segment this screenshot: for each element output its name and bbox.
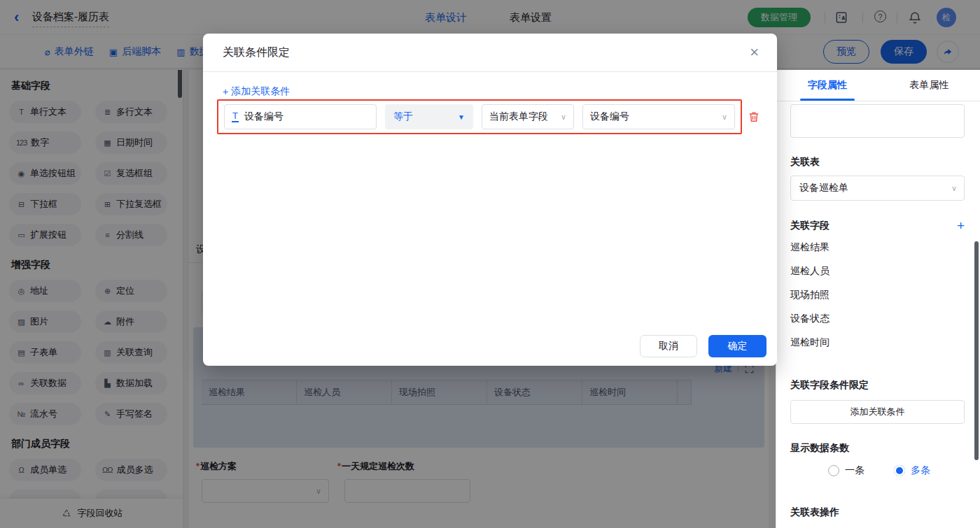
description-box[interactable]: [790, 104, 965, 138]
target-field-select[interactable]: 设备编号: [582, 104, 735, 129]
text-field-icon: T: [232, 111, 239, 122]
related-field-item[interactable]: 巡检人员: [790, 259, 965, 283]
source-type-value: 当前表单字段: [489, 110, 548, 123]
related-fields-list: 巡检结果巡检人员现场拍照设备状态巡检时间: [790, 235, 965, 354]
table-ops-label: 关联表操作: [790, 506, 965, 519]
source-type-select[interactable]: 当前表单字段: [482, 104, 574, 129]
operator-value: 等于: [393, 110, 413, 123]
condition-field-value: 设备编号: [244, 110, 284, 123]
related-table-select[interactable]: 设备巡检单: [790, 176, 965, 201]
confirm-button[interactable]: 确定: [708, 335, 766, 357]
panel-tabs: 字段属性 表单属性: [776, 70, 980, 101]
related-table-label: 关联表: [790, 156, 965, 169]
related-table-value: 设备巡检单: [799, 182, 848, 194]
display-count-radios: 一条 多条: [790, 464, 965, 477]
highlight-box: T 设备编号 等于 当前表单字段 设备编号: [217, 99, 742, 134]
radio-many[interactable]: 多条: [894, 464, 930, 477]
add-condition-button[interactable]: 添加关联条件: [790, 400, 965, 424]
chevron-down-icon: [722, 113, 727, 122]
related-fields-label: 关联字段: [790, 220, 830, 232]
chevron-down-icon: [951, 184, 957, 193]
display-count-label: 显示数据条数: [790, 442, 965, 455]
delete-condition-icon[interactable]: [748, 110, 760, 123]
properties-panel: 字段属性 表单属性 关联表 设备巡检单 关联字段 + 巡检结果巡检人员现场拍照设…: [776, 70, 980, 528]
related-field-item[interactable]: 设备状态: [790, 306, 965, 330]
operator-select[interactable]: 等于: [385, 104, 473, 129]
add-field-icon[interactable]: +: [957, 219, 965, 232]
active-tab-indicator: [800, 99, 855, 101]
caret-down-icon: [458, 113, 465, 121]
tab-field-properties[interactable]: 字段属性: [776, 70, 878, 101]
dialog-title: 关联条件限定: [223, 45, 290, 60]
add-condition-link[interactable]: + 添加关联条件: [223, 85, 290, 99]
related-field-item[interactable]: 巡检结果: [790, 235, 965, 259]
condition-row: T 设备编号 等于 当前表单字段 设备编号: [223, 99, 757, 134]
related-field-item[interactable]: 巡检时间: [790, 330, 965, 354]
plus-icon: +: [223, 86, 228, 97]
radio-selected-icon: [894, 465, 905, 476]
radio-one[interactable]: 一条: [828, 464, 864, 477]
panel-scrollbar[interactable]: [974, 241, 979, 460]
target-field-value: 设备编号: [590, 110, 629, 123]
radio-icon: [828, 465, 839, 476]
condition-field-input[interactable]: T 设备编号: [224, 104, 377, 129]
chevron-down-icon: [561, 113, 566, 122]
close-icon[interactable]: ×: [750, 45, 759, 60]
dialog-header: 关联条件限定 ×: [203, 34, 777, 72]
related-field-item[interactable]: 现场拍照: [790, 283, 965, 306]
condition-section-label: 关联字段条件限定: [790, 379, 965, 392]
cancel-button[interactable]: 取消: [640, 335, 697, 357]
tab-form-properties[interactable]: 表单属性: [878, 70, 980, 101]
condition-dialog: 关联条件限定 × + 添加关联条件 T 设备编号 等于 当前表单字段: [203, 34, 777, 366]
